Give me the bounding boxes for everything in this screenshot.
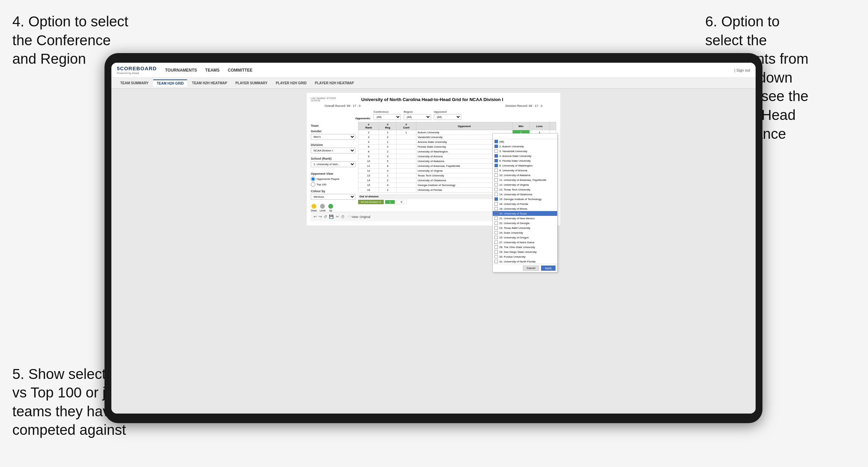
- dropdown-checkbox: [494, 226, 498, 230]
- dropdown-item[interactable]: 10. University of Alabama: [493, 173, 557, 177]
- refresh-icon[interactable]: ↺: [324, 214, 327, 219]
- dropdown-item[interactable]: 16. University of Florida: [493, 201, 557, 206]
- nav-tournaments[interactable]: TOURNAMENTS: [165, 66, 197, 74]
- cell-reg: 2: [379, 188, 396, 193]
- division-select[interactable]: NCAA Division I: [311, 148, 355, 153]
- opponent-select[interactable]: (All): [434, 114, 461, 120]
- last-updated: Last Updated: 4/7/2024 16:55:28: [311, 97, 336, 102]
- dropdown-item[interactable]: 21. University of New Mexico: [493, 216, 557, 221]
- cell-reg: 1: [379, 173, 396, 178]
- dropdown-item-label: 25. University of Oregon: [499, 236, 529, 239]
- dropdown-item[interactable]: 25. University of Oregon: [493, 235, 557, 240]
- radio-top100[interactable]: Top 100: [311, 182, 355, 187]
- tab-player-summary[interactable]: PLAYER SUMMARY: [232, 80, 271, 86]
- color-level-label: Level: [320, 209, 326, 212]
- dropdown-item[interactable]: 14. University of Oklahoma: [493, 192, 557, 197]
- cell-conf: [396, 164, 416, 169]
- dropdown-item-label: 23. Texas A&M University: [499, 226, 530, 230]
- color-dot-level: [320, 204, 325, 209]
- dropdown-item[interactable]: 28. The Ohio State University: [493, 245, 557, 249]
- radio-opponents-played[interactable]: Opponents Played: [311, 177, 355, 181]
- opponent-view-radio: Opponents Played Top 100: [311, 177, 355, 187]
- tab-team-h2h-grid[interactable]: TEAM H2H GRID: [153, 79, 187, 87]
- dropdown-item[interactable]: 22. University of Georgia: [493, 221, 557, 225]
- cell-reg: 2: [379, 145, 396, 149]
- radio-opponents-played-label: Opponents Played: [317, 177, 339, 181]
- report-header: Last Updated: 4/7/2024 16:55:28 Universi…: [311, 97, 556, 102]
- dropdown-item[interactable]: 4. Arizona State University: [493, 153, 557, 158]
- dropdown-checkbox: [494, 202, 498, 206]
- save-icon[interactable]: 💾: [329, 214, 334, 219]
- dropdown-item-label: 18. University of Illinois: [499, 207, 527, 210]
- tab-player-h2h-grid[interactable]: PLAYER H2H GRID: [272, 80, 310, 86]
- colour-select[interactable]: Win/loss: [311, 194, 355, 200]
- cell-rank: 6: [358, 145, 379, 149]
- opponent-dropdown[interactable]: (All)2. Auburn University3. Vanderbilt U…: [492, 133, 558, 272]
- conference-select[interactable]: (All): [374, 114, 401, 120]
- apply-button[interactable]: Apply: [541, 266, 555, 271]
- cell-reg: 4: [379, 183, 396, 188]
- cell-reg: 2: [379, 149, 396, 154]
- tab-player-h2h-heatmap[interactable]: PLAYER H2H HEATMAP: [311, 80, 357, 86]
- region-select[interactable]: (All): [404, 114, 431, 120]
- dropdown-item[interactable]: 8. University of Washington: [493, 163, 557, 168]
- cancel-button[interactable]: Cancel: [523, 266, 539, 271]
- dropdown-item[interactable]: 9. University of Arizona: [493, 168, 557, 173]
- opponents-label: Opponents:: [355, 117, 371, 120]
- nav-signout[interactable]: | Sign out: [734, 68, 750, 72]
- nav-committee[interactable]: COMMITTEE: [228, 66, 253, 74]
- cell-conf: [396, 149, 416, 154]
- tab-team-summary[interactable]: TEAM SUMMARY: [117, 80, 152, 86]
- cell-rank: 12: [358, 169, 379, 173]
- dropdown-item[interactable]: 30. Purdue University: [493, 254, 557, 259]
- gender-label: Gender: [311, 130, 355, 133]
- dropdown-item[interactable]: 3. Vanderbilt University: [493, 149, 557, 153]
- opponent-view-label: Opponent View: [311, 172, 355, 175]
- dropdown-item[interactable]: 15. Georgia Institute of Technology: [493, 197, 557, 201]
- tab-team-h2h-heatmap[interactable]: TEAM H2H HEATMAP: [188, 80, 231, 86]
- dropdown-item[interactable]: 24. Duke University: [493, 230, 557, 235]
- region-label: Region: [404, 110, 431, 113]
- dropdown-item[interactable]: 13. Texas Tech University: [493, 187, 557, 192]
- dropdown-item[interactable]: 11. University of Arkansas, Fayetteville: [493, 177, 557, 182]
- dropdown-item-label: 22. University of Georgia: [499, 222, 529, 225]
- cell-conf: [396, 140, 416, 145]
- color-down: Down: [311, 204, 317, 212]
- dropdown-checkbox: [494, 149, 498, 153]
- team-label: Team: [311, 124, 355, 127]
- dropdown-search[interactable]: [493, 134, 557, 139]
- dropdown-item[interactable]: 12. University of Virginia: [493, 182, 557, 187]
- dropdown-item-label: 8. University of Washington: [499, 164, 533, 167]
- dropdown-checkbox: [494, 140, 498, 143]
- dropdown-checkbox: [494, 154, 498, 158]
- undo-icon[interactable]: ↩: [314, 214, 317, 219]
- timer-icon[interactable]: ⏱: [341, 215, 345, 219]
- dropdown-item-label: 29. San Diego State University: [499, 250, 537, 254]
- school-select[interactable]: 1. University of Nort...: [311, 161, 355, 167]
- dropdown-item[interactable]: (All): [493, 139, 557, 144]
- nav-teams[interactable]: TEAMS: [205, 66, 220, 74]
- dropdown-item[interactable]: 29. San Diego State University: [493, 249, 557, 254]
- cell-reg: 3: [379, 169, 396, 173]
- ncaa-win: 1: [385, 200, 395, 204]
- dropdown-footer: Cancel Apply: [493, 264, 557, 272]
- dropdown-item[interactable]: 27. University of Notre Dame: [493, 240, 557, 245]
- dropdown-item[interactable]: 31. University of North Florida: [493, 259, 557, 264]
- redo-icon[interactable]: ↪: [319, 214, 322, 219]
- crop-icon[interactable]: ✂: [336, 214, 339, 219]
- dropdown-item-label: 14. University of Oklahoma: [499, 193, 532, 196]
- main-content: Last Updated: 4/7/2024 16:55:28 Universi…: [111, 89, 756, 414]
- dropdown-item[interactable]: 23. Texas A&M University: [493, 225, 557, 230]
- cell-conf: [396, 188, 416, 193]
- dropdown-checkbox: [494, 231, 498, 234]
- dropdown-item[interactable]: 18. University of Illinois: [493, 206, 557, 211]
- dropdown-checkbox: [494, 260, 498, 263]
- cell-rank: 8: [358, 149, 379, 154]
- dropdown-item[interactable]: 6. Florida State University: [493, 158, 557, 163]
- dropdown-item[interactable]: 2. Auburn University: [493, 144, 557, 149]
- dropdown-item-label: 9. University of Arizona: [499, 169, 527, 172]
- dropdown-item-label: 15. Georgia Institute of Technology: [499, 198, 542, 201]
- dropdown-item[interactable]: 20. University of Texas: [493, 211, 557, 216]
- gender-select[interactable]: Men's: [311, 134, 355, 140]
- dropdown-item-label: 10. University of Alabama: [499, 174, 530, 177]
